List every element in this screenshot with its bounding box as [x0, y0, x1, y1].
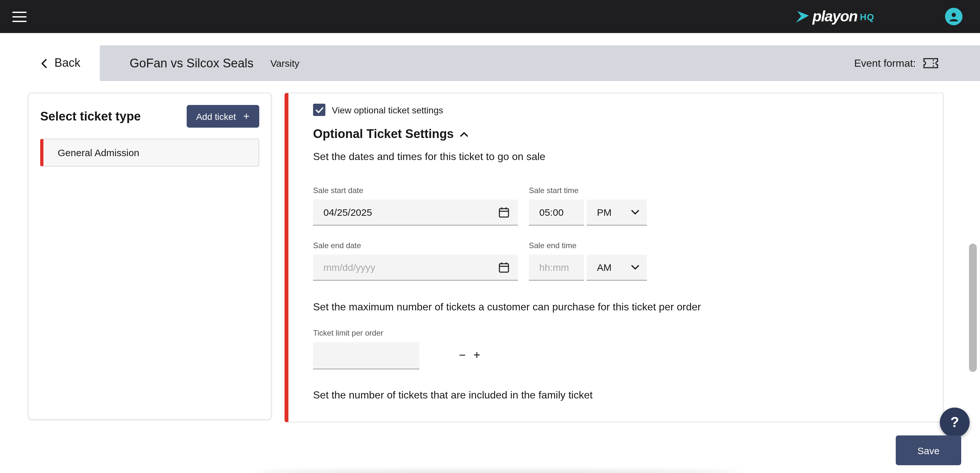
vertical-scrollbar[interactable]	[969, 244, 977, 372]
sale-start-date-input[interactable]	[313, 200, 518, 225]
increment-button[interactable]: +	[469, 342, 484, 369]
add-ticket-button[interactable]: Add ticket +	[186, 105, 259, 128]
playon-hq-logo: playon HQ	[795, 0, 874, 33]
back-label: Back	[54, 56, 80, 70]
sale-start-time-input[interactable]	[529, 200, 584, 225]
event-header-bar: GoFan vs Silcox Seals Varsity Event form…	[100, 45, 980, 81]
chevron-left-icon	[41, 58, 47, 68]
ticket-type-title: Select ticket type	[40, 109, 141, 124]
sale-end-time-input[interactable]	[529, 255, 584, 281]
event-format: Event format:	[854, 57, 939, 69]
sale-start-meridiem-select[interactable]: PM	[587, 200, 647, 225]
ticket-limit-input[interactable]	[313, 342, 455, 369]
ticket-settings-panel: View optional ticket settings Optional T…	[285, 93, 944, 422]
ticket-type-item-general-admission[interactable]: General Admission	[40, 139, 259, 167]
sale-start-time-label: Sale start time	[529, 186, 647, 195]
app-window: playon HQ Back GoFan vs Silcox Seals Var…	[0, 0, 980, 473]
sale-start-meridiem-value: PM	[597, 207, 611, 218]
back-button[interactable]: Back	[41, 45, 80, 81]
sale-end-meridiem-select[interactable]: AM	[587, 255, 647, 281]
add-ticket-label: Add ticket	[196, 111, 236, 122]
family-ticket-section-text: Set the number of tickets that are inclu…	[313, 389, 918, 401]
optional-settings-toggle-row: View optional ticket settings	[313, 104, 918, 116]
sale-end-date-label: Sale end date	[313, 241, 518, 250]
bottom-edge-shadow	[256, 470, 739, 473]
sale-dates-form: Sale start date Sale start time	[313, 186, 918, 281]
plus-icon: +	[243, 111, 250, 122]
event-level: Varsity	[270, 58, 299, 69]
save-button[interactable]: Save	[896, 435, 961, 465]
ticket-limit-label: Ticket limit per order	[313, 329, 918, 338]
check-icon	[315, 106, 323, 113]
hamburger-menu-icon[interactable]	[12, 11, 27, 22]
help-button[interactable]: ?	[940, 408, 970, 437]
ticket-type-panel: Select ticket type Add ticket + General …	[28, 93, 272, 420]
playon-logo-mark-icon	[795, 10, 811, 24]
collapse-section-button[interactable]	[459, 130, 469, 138]
decrement-button[interactable]: −	[455, 342, 469, 369]
chevron-down-icon	[631, 265, 639, 270]
ticket-type-item-label: General Admission	[58, 147, 139, 158]
chevron-up-icon	[460, 132, 468, 137]
ticket-limit-section-text: Set the maximum number of tickets a cust…	[313, 301, 918, 313]
person-icon	[948, 11, 959, 22]
topbar: playon HQ	[0, 0, 980, 33]
optional-settings-toggle-label: View optional ticket settings	[332, 105, 443, 115]
event-format-label: Event format:	[854, 57, 916, 69]
sale-dates-section-text: Set the dates and times for this ticket …	[313, 151, 918, 163]
question-mark-icon: ?	[950, 414, 959, 431]
logo-playon-text: playon	[813, 8, 858, 25]
ticket-limit-stepper: − +	[313, 342, 419, 369]
chevron-down-icon	[631, 210, 639, 215]
optional-settings-title: Optional Ticket Settings	[313, 127, 454, 141]
optional-settings-header: Optional Ticket Settings	[313, 127, 918, 141]
ticket-type-panel-header: Select ticket type Add ticket +	[40, 105, 259, 128]
event-title: GoFan vs Silcox Seals	[130, 56, 253, 70]
sale-start-date-label: Sale start date	[313, 186, 518, 195]
user-avatar[interactable]	[945, 8, 963, 25]
sale-end-meridiem-value: AM	[597, 262, 611, 273]
optional-settings-checkbox[interactable]	[313, 104, 325, 116]
sale-end-date-input[interactable]	[313, 255, 518, 281]
logo-hq-text: HQ	[860, 11, 874, 22]
ticket-icon	[923, 58, 939, 69]
sale-end-time-label: Sale end time	[529, 241, 647, 250]
